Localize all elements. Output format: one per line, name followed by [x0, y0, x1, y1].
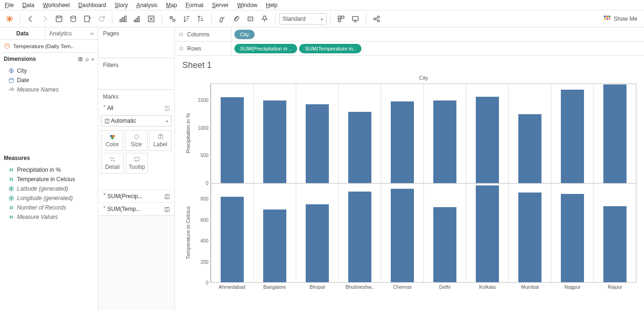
sheet-title[interactable]: Sheet 1	[182, 60, 636, 70]
field-precipitation-in-[interactable]: Precipitation in %	[0, 165, 98, 175]
menu-dashboard[interactable]: Dashboard	[78, 2, 106, 8]
bar[interactable]	[263, 209, 287, 282]
chevron-down-icon	[166, 117, 168, 124]
bar[interactable]	[348, 192, 372, 282]
svg-rect-21	[604, 18, 606, 20]
sort-asc-icon[interactable]	[130, 12, 144, 25]
bar[interactable]	[221, 197, 244, 282]
mark-type-dropdown[interactable]: ◫ Automatic	[101, 115, 172, 126]
bar[interactable]	[433, 207, 457, 282]
menu-file[interactable]: File	[5, 2, 14, 8]
save-icon[interactable]	[52, 12, 66, 25]
color-button[interactable]: Color	[101, 130, 123, 151]
sort-desc-icon[interactable]	[180, 12, 193, 25]
search-icon[interactable]: ⌕	[86, 56, 89, 62]
bar[interactable]	[391, 101, 414, 183]
category-label: Bhubneshw..	[338, 283, 381, 292]
bar[interactable]	[603, 206, 627, 282]
marks-sum-precip[interactable]: ˅ SUM(Precip...◫	[98, 190, 174, 202]
marks-all-row[interactable]: ˄ All ◫	[98, 103, 174, 113]
clear-sheet-icon[interactable]	[145, 12, 158, 25]
marks-sum-temp[interactable]: ˅ SUM(Temp...◫	[98, 202, 174, 215]
pages-shelf[interactable]: Pages	[98, 27, 174, 58]
menu-worksheet[interactable]: Worksheet	[43, 2, 70, 8]
bar[interactable]	[476, 185, 499, 282]
bar[interactable]	[518, 114, 542, 183]
svg-point-30	[110, 135, 112, 137]
show-me-label: Show Me	[614, 16, 637, 22]
pin-icon[interactable]	[258, 12, 271, 25]
rows-shelf[interactable]: Rows SUM(Precipitation in .. SUM(Tempera…	[175, 42, 644, 56]
menu-map[interactable]: Map	[166, 2, 177, 8]
new-worksheet-icon[interactable]	[81, 12, 94, 25]
field-measure-values[interactable]: Measure Values	[0, 212, 98, 222]
show-me-button[interactable]: Show Me	[600, 15, 641, 23]
field-latitude-generated-[interactable]: Latitude (generated)	[0, 184, 98, 193]
highlight-icon[interactable]	[215, 12, 229, 25]
bar[interactable]	[603, 84, 627, 183]
bar[interactable]	[476, 97, 499, 183]
chevron-down-icon[interactable]	[92, 56, 94, 62]
bar[interactable]	[391, 189, 414, 282]
svg-rect-7	[136, 18, 137, 22]
tableau-logo-icon[interactable]	[3, 12, 16, 25]
chart-pane-temp[interactable]	[211, 184, 636, 283]
sort-asc2-icon[interactable]	[194, 12, 207, 25]
pill-city[interactable]: City	[234, 30, 255, 39]
bar[interactable]	[221, 97, 244, 183]
tooltip-button[interactable]: Tooltip	[126, 153, 148, 174]
field-longitude-generated-[interactable]: Longitude (generated)	[0, 193, 98, 203]
filters-shelf[interactable]: Filters	[98, 59, 174, 90]
menu-help[interactable]: Help	[266, 2, 278, 8]
bar[interactable]	[348, 112, 372, 183]
presentation-icon[interactable]	[349, 12, 362, 25]
field-city[interactable]: City	[0, 66, 98, 75]
bar[interactable]	[306, 104, 329, 183]
bar[interactable]	[561, 194, 584, 282]
new-datasource-icon[interactable]	[67, 12, 80, 25]
tab-analytics[interactable]: Analytics ⇄	[45, 27, 98, 39]
menu-format[interactable]: Format	[186, 2, 204, 8]
columns-shelf[interactable]: Columns City	[175, 27, 644, 42]
share-icon[interactable]	[370, 12, 383, 25]
label-icon[interactable]	[244, 12, 257, 25]
bar[interactable]	[561, 90, 584, 183]
field-temperature-in-celcius[interactable]: Temperature in Celcius	[0, 175, 98, 184]
cards-icon[interactable]	[335, 12, 348, 25]
bar[interactable]	[306, 204, 329, 282]
menu-analysis[interactable]: Analysis	[137, 2, 158, 8]
forward-icon[interactable]	[38, 12, 52, 25]
bar[interactable]	[263, 101, 287, 183]
chart-pane-precip[interactable]	[211, 84, 636, 184]
svg-rect-8	[138, 17, 139, 22]
bar[interactable]	[518, 193, 542, 282]
svg-rect-26	[9, 78, 14, 82]
menu-story[interactable]: Story	[115, 2, 128, 8]
field-number-of-records[interactable]: Number of Records	[0, 203, 98, 212]
svg-rect-12	[342, 16, 344, 18]
menu-data[interactable]: Data	[22, 2, 34, 8]
tab-data[interactable]: Data	[0, 27, 45, 39]
size-button[interactable]: Size	[125, 130, 147, 151]
field-date[interactable]: Date	[0, 75, 98, 85]
svg-rect-6	[134, 20, 136, 22]
svg-rect-14	[352, 17, 358, 20]
datasource-row[interactable]: Temperature (Daily Tem..	[0, 40, 98, 53]
detail-button[interactable]: Detail	[101, 153, 124, 174]
pivot-icon[interactable]	[166, 12, 179, 25]
menu-window[interactable]: Window	[237, 2, 258, 8]
pill-sum-temp[interactable]: SUM(Temperature in..	[299, 44, 361, 53]
fit-dropdown[interactable]: Standard	[279, 13, 326, 25]
attach-icon[interactable]	[230, 12, 243, 25]
bar[interactable]	[433, 101, 457, 183]
pill-sum-precip[interactable]: SUM(Precipitation in ..	[234, 44, 297, 53]
back-icon[interactable]	[24, 12, 37, 25]
svg-rect-2	[85, 16, 89, 22]
view-icon[interactable]: ⊞	[78, 56, 83, 62]
axis-tick: 500	[200, 153, 208, 158]
field-measure-names[interactable]: AbcMeasure Names	[0, 85, 98, 94]
refresh-icon[interactable]	[95, 12, 108, 25]
menu-server[interactable]: Server	[212, 2, 229, 8]
label-button[interactable]: TLabel	[149, 130, 172, 151]
swap-icon[interactable]	[116, 12, 129, 25]
